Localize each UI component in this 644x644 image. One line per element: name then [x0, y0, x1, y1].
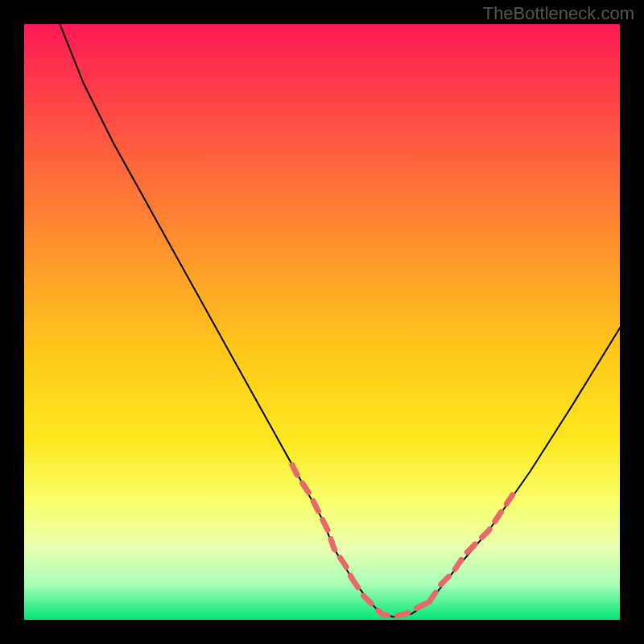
chart-background [24, 24, 620, 620]
watermark-text: TheBottleneck.com [483, 3, 634, 24]
